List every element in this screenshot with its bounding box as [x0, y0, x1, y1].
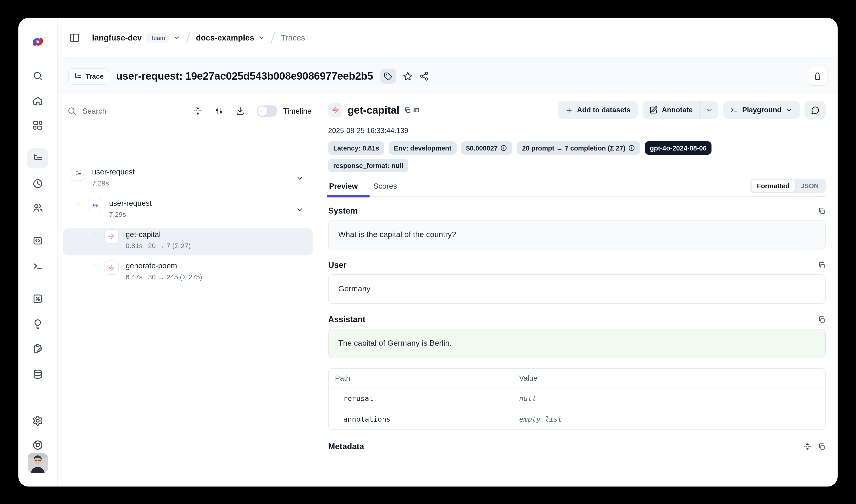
value-column-header: Value — [519, 374, 819, 382]
id-label: ID — [413, 106, 420, 114]
share-icon — [419, 71, 429, 81]
annotation-clipboard-pen-icon[interactable] — [33, 344, 43, 354]
prompts-file-code-icon[interactable] — [33, 235, 43, 246]
datasets-database-icon[interactable] — [33, 369, 43, 379]
user-avatar[interactable] — [28, 453, 48, 473]
copy-metadata-button[interactable] — [818, 443, 826, 451]
tree-toolbar: Timeline — [57, 94, 320, 128]
breadcrumb-org[interactable]: langfuse-dev — [92, 33, 142, 42]
copy-id-control[interactable]: ID — [404, 106, 420, 114]
tree-node-duration: 7.29s — [109, 209, 126, 220]
search-icon — [67, 106, 76, 115]
sidebar-rail — [18, 18, 57, 487]
tracing-icon[interactable] — [33, 153, 43, 164]
search-icon[interactable] — [33, 71, 43, 81]
tree-node-tokens: 20 → 7 (Σ 27) — [148, 240, 191, 251]
observation-timestamp: 2025-08-25 16:33:44.139 — [328, 127, 826, 135]
playground-terminal-icon[interactable] — [33, 261, 43, 271]
observation-title: get-capital — [347, 104, 399, 116]
timeline-label: Timeline — [283, 107, 312, 115]
add-to-datasets-button[interactable]: Add to datasets — [558, 101, 638, 119]
comments-button[interactable] — [804, 101, 826, 119]
assistant-label: Assistant — [328, 315, 365, 324]
evaluation-square-percent-icon[interactable] — [33, 293, 43, 304]
tree-row-generation[interactable]: generate-poem 6.47s 30 → 245 (Σ 275) — [105, 260, 202, 283]
collapse-all-fold-icon[interactable] — [194, 106, 203, 115]
star-bookmark-button[interactable] — [403, 71, 413, 81]
expand-metadata-button[interactable] — [804, 443, 812, 451]
settings-gear-icon[interactable] — [32, 415, 43, 426]
latency-badge: Latency: 0.81s — [328, 141, 384, 155]
terminal-icon — [730, 106, 738, 114]
table-row: refusal null — [328, 388, 825, 409]
breadcrumb-separator — [271, 32, 275, 44]
model-badge[interactable]: gpt-4o-2024-08-06 — [645, 141, 712, 155]
user-label: User — [328, 260, 346, 270]
star-icon — [403, 71, 413, 81]
response-format-badge: response_format: null — [328, 159, 408, 172]
annotate-dropdown-chevron[interactable] — [700, 101, 718, 119]
top-navigation-bar: langfuse-dev Team docs-examples Traces — [57, 18, 838, 57]
tree-node-duration: 6.47s — [126, 271, 142, 283]
collapse-chevron-icon[interactable] — [296, 175, 304, 182]
environment-badge: Env: development — [389, 141, 457, 155]
tag-button[interactable] — [380, 69, 396, 84]
info-icon — [628, 145, 635, 151]
add-to-datasets-label: Add to datasets — [577, 106, 631, 114]
tree-row-generation-selected[interactable]: get-capital 0.81s 20 → 7 (Σ 27) — [105, 229, 191, 251]
format-json[interactable]: JSON — [795, 180, 824, 192]
users-icon[interactable] — [32, 202, 43, 214]
home-icon[interactable] — [33, 95, 43, 106]
trace-header-bar: Trace user-request: 19e27ac025d543b008e9… — [57, 57, 838, 95]
tree-node-name: user-request — [92, 167, 135, 177]
detail-tabs: Preview Scores Formatted JSON — [328, 180, 826, 197]
playground-button[interactable]: Playground — [723, 101, 800, 119]
sidebar-toggle-icon[interactable] — [69, 32, 80, 43]
tree-row-trace[interactable]: user-request 7.29s — [71, 167, 135, 189]
sessions-clock-icon[interactable] — [33, 178, 43, 189]
assistant-section-header: Assistant — [328, 315, 826, 324]
delete-trace-button[interactable] — [808, 67, 827, 86]
tab-preview[interactable]: Preview — [328, 182, 359, 196]
breadcrumb-current-page[interactable]: Traces — [281, 33, 305, 42]
tree-search[interactable] — [67, 106, 148, 116]
token-usage-badge[interactable]: 20 prompt → 7 completion (Σ 27) — [517, 141, 640, 155]
filter-sliders-icon[interactable] — [215, 106, 224, 115]
breadcrumb-separator — [186, 32, 191, 44]
path-column-header: Path — [335, 374, 519, 382]
trace-tree-panel: Timeline user-request 7.29s — [57, 94, 320, 487]
tab-scores[interactable]: Scores — [373, 182, 398, 196]
copy-assistant-button[interactable] — [818, 316, 826, 324]
system-section-header: System — [328, 206, 826, 216]
generation-node-icon — [105, 229, 119, 244]
value-cell: empty list — [519, 415, 819, 424]
observation-header: get-capital ID Add to datasets Annotate — [328, 101, 826, 119]
timeline-toggle[interactable] — [257, 105, 278, 117]
table-header-row: Path Value — [328, 369, 825, 388]
annotate-button[interactable]: Annotate — [642, 101, 699, 119]
observation-detail-panel: get-capital ID Add to datasets Annotate — [320, 94, 838, 487]
metadata-section-header: Metadata — [328, 442, 826, 452]
collapse-chevron-icon[interactable] — [296, 206, 304, 214]
lightbulb-icon[interactable] — [33, 319, 43, 329]
breadcrumb-project[interactable]: docs-examples — [196, 33, 254, 42]
tree-node-name: get-capital — [126, 229, 191, 240]
dashboards-icon[interactable] — [33, 120, 43, 130]
tree-row-span[interactable]: user-request 7.29s — [88, 198, 151, 220]
pen-square-icon — [649, 106, 658, 114]
format-formatted[interactable]: Formatted — [751, 180, 795, 192]
copy-system-button[interactable] — [818, 207, 826, 215]
org-chevron-down-icon[interactable] — [173, 34, 180, 41]
download-icon[interactable] — [236, 106, 245, 115]
table-row: annotations empty list — [328, 409, 825, 429]
playground-chevron-icon — [786, 107, 792, 113]
share-button[interactable] — [419, 71, 429, 81]
info-icon — [500, 145, 507, 151]
copy-user-button[interactable] — [818, 262, 826, 269]
cost-badge[interactable]: $0.000027 — [461, 141, 513, 155]
project-chevron-down-icon[interactable] — [258, 34, 265, 41]
support-lifebuoy-icon[interactable] — [32, 439, 43, 451]
tree-search-input[interactable] — [82, 106, 148, 116]
tree-body: user-request 7.29s user-request 7.29s — [57, 128, 320, 487]
format-switch: Formatted JSON — [750, 179, 826, 193]
